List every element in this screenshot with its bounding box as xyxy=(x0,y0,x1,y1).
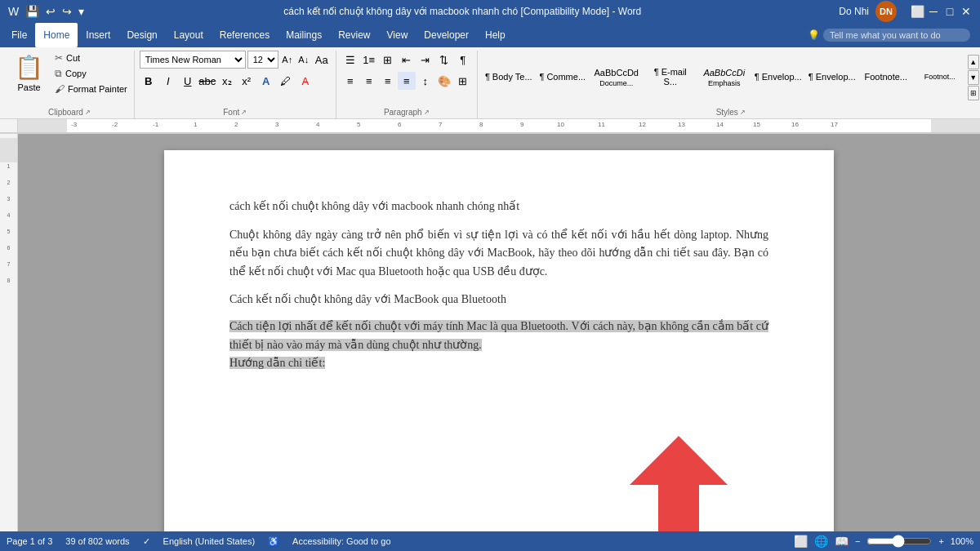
format-painter-button[interactable]: 🖌 Format Painter xyxy=(51,82,131,96)
justify-button[interactable]: ≡ xyxy=(398,72,416,90)
font-decrease-button[interactable]: A↓ xyxy=(296,51,311,69)
save-button[interactable]: 💾 xyxy=(24,3,41,20)
menu-file[interactable]: File xyxy=(3,23,35,47)
font-bottom-row: B I U abc x₂ x² A 🖊 A xyxy=(140,72,314,90)
menu-review[interactable]: Review xyxy=(330,23,378,47)
menu-home[interactable]: Home xyxy=(35,23,78,47)
underline-button[interactable]: U xyxy=(179,72,197,90)
numbering-button[interactable]: 1≡ xyxy=(360,51,378,69)
subscript-button[interactable]: x₂ xyxy=(218,72,236,90)
menu-mailings[interactable]: Mailings xyxy=(278,23,330,47)
redo-button[interactable]: ↪ xyxy=(60,3,74,20)
zoom-plus-button[interactable]: + xyxy=(938,536,943,546)
menu-references[interactable]: References xyxy=(212,23,278,47)
shading-button[interactable]: 🎨 xyxy=(435,72,453,90)
tell-me-input[interactable] xyxy=(823,29,970,42)
menu-help[interactable]: Help xyxy=(477,23,514,47)
ruler-corner xyxy=(0,119,18,133)
print-layout-button[interactable]: ⬜ xyxy=(794,535,808,548)
maximize-button[interactable]: □ xyxy=(942,4,957,19)
ribbon-toggle-button[interactable]: ⬜ xyxy=(910,4,924,19)
cut-button[interactable]: ✂ Cut xyxy=(51,51,131,65)
style-email[interactable]: ¶ E-mail S... xyxy=(644,54,697,101)
undo-button[interactable]: ↩ xyxy=(44,3,57,20)
para-bottom-row: ≡ ≡ ≡ ≡ ↕ 🎨 ⊞ xyxy=(341,72,472,90)
document-title: cách kết nối chuột không dây với macbook… xyxy=(229,199,768,213)
zoom-slider[interactable] xyxy=(866,535,932,548)
title-bar: W 💾 ↩ ↪ ▾ cách kết nối chuột không dây v… xyxy=(0,0,980,23)
menu-view[interactable]: View xyxy=(379,23,416,47)
vertical-ruler: 1 2 3 4 5 6 7 8 xyxy=(0,134,18,531)
document-page[interactable]: cách kết nối chuột không dây với macbook… xyxy=(164,150,834,531)
sort-button[interactable]: ⇅ xyxy=(435,51,453,69)
font-expand-icon[interactable]: ↗ xyxy=(241,109,247,116)
word-icon[interactable]: W xyxy=(7,3,20,20)
align-center-button[interactable]: ≡ xyxy=(360,72,378,90)
selected-paragraph: Cách tiện lợi nhất để kết nối chuột với … xyxy=(229,318,768,372)
clipboard-label: Clipboard ↗ xyxy=(8,106,131,118)
style-footnote[interactable]: Footnote... xyxy=(860,54,912,101)
customize-button[interactable]: ▾ xyxy=(77,3,86,20)
menu-layout[interactable]: Layout xyxy=(166,23,212,47)
decrease-indent-button[interactable]: ⇤ xyxy=(398,51,416,69)
align-right-button[interactable]: ≡ xyxy=(379,72,397,90)
ruler-area: -3 -2 -1 1 2 3 4 5 6 7 8 9 10 11 12 13 1… xyxy=(0,119,980,134)
align-left-button[interactable]: ≡ xyxy=(341,72,359,90)
line-spacing-button[interactable]: ↕ xyxy=(416,72,434,90)
svg-marker-0 xyxy=(630,436,728,531)
text-effects-button[interactable]: A xyxy=(257,72,275,90)
bold-button[interactable]: B xyxy=(140,72,158,90)
style-envelope2[interactable]: ¶ Envelop... xyxy=(806,54,858,101)
increase-indent-button[interactable]: ⇥ xyxy=(416,51,434,69)
clipboard-expand-icon[interactable]: ↗ xyxy=(85,109,91,116)
style-comment[interactable]: ¶ Comme... xyxy=(537,54,589,101)
paste-button[interactable]: 📋 Paste xyxy=(8,51,50,96)
styles-label: Styles ↗ xyxy=(483,106,979,118)
zoom-minus-button[interactable]: − xyxy=(855,536,860,546)
styles-expand[interactable]: ⊞ xyxy=(968,86,979,100)
style-footnote2[interactable]: Footnot... xyxy=(914,54,966,101)
close-button[interactable]: ✕ xyxy=(959,4,973,19)
styles-content: ¶ Body Te... ¶ Comme... AaBbCcDd Docume.… xyxy=(483,51,979,106)
style-emphasis[interactable]: AaBbCcDi Emphasis xyxy=(698,54,751,101)
style-document[interactable]: AaBbCcDd Docume... xyxy=(590,54,643,101)
font-family-select[interactable]: Times New Roman xyxy=(140,51,246,69)
borders-button[interactable]: ⊞ xyxy=(454,72,472,90)
highlight-color-button[interactable]: 🖊 xyxy=(277,72,295,90)
styles-scroll-down[interactable]: ▼ xyxy=(968,70,979,85)
styles-expand-icon[interactable]: ↗ xyxy=(740,109,746,116)
paragraph-expand-icon[interactable]: ↗ xyxy=(424,109,430,116)
superscript-button[interactable]: x² xyxy=(238,72,256,90)
style-body-text[interactable]: ¶ Body Te... xyxy=(483,54,535,101)
lightbulb-icon: 💡 xyxy=(808,29,820,41)
font-increase-button[interactable]: A↑ xyxy=(280,51,295,69)
menu-developer[interactable]: Developer xyxy=(416,23,477,47)
web-layout-button[interactable]: 🌐 xyxy=(814,535,828,548)
copy-icon: ⧉ xyxy=(55,68,62,79)
styles-gallery: ¶ Body Te... ¶ Comme... AaBbCcDd Docume.… xyxy=(483,54,966,101)
strikethrough-button[interactable]: abc xyxy=(198,72,216,90)
accessibility-status: Accessibility: Good to go xyxy=(292,536,390,546)
read-mode-button[interactable]: 📖 xyxy=(835,535,849,548)
minimize-button[interactable]: ─ xyxy=(926,4,941,19)
menu-insert[interactable]: Insert xyxy=(78,23,118,47)
font-color-button[interactable]: A xyxy=(296,72,314,90)
clear-format-button[interactable]: Aa xyxy=(313,51,331,69)
arrow-annotation xyxy=(621,428,768,531)
styles-scroll-up[interactable]: ▲ xyxy=(968,55,979,69)
menu-design[interactable]: Design xyxy=(118,23,165,47)
bullets-button[interactable]: ☰ xyxy=(341,51,359,69)
selected-line2: Hướng dẫn chi tiết: xyxy=(229,357,325,369)
ruler-inner: -3 -2 -1 1 2 3 4 5 6 7 8 9 10 11 12 13 1… xyxy=(18,119,980,132)
paragraph-1: Chuột không dây ngày càng trở nên phổ bi… xyxy=(229,226,768,281)
status-bar: Page 1 of 3 39 of 802 words ✓ English (U… xyxy=(0,531,980,551)
style-envelope[interactable]: ¶ Envelop... xyxy=(752,54,804,101)
multilevel-button[interactable]: ⊞ xyxy=(379,51,397,69)
show-marks-button[interactable]: ¶ xyxy=(454,51,472,69)
font-size-select[interactable]: 12 xyxy=(247,51,278,69)
paragraph-content: ☰ 1≡ ⊞ ⇤ ⇥ ⇅ ¶ ≡ ≡ ≡ ≡ ↕ 🎨 ⊞ xyxy=(341,51,472,106)
font-group: Times New Roman 12 A↑ A↓ Aa B I U abc x₂… xyxy=(135,51,336,118)
italic-button[interactable]: I xyxy=(159,72,177,90)
copy-button[interactable]: ⧉ Copy xyxy=(51,66,131,81)
menu-bar: File Home Insert Design Layout Reference… xyxy=(0,23,980,47)
